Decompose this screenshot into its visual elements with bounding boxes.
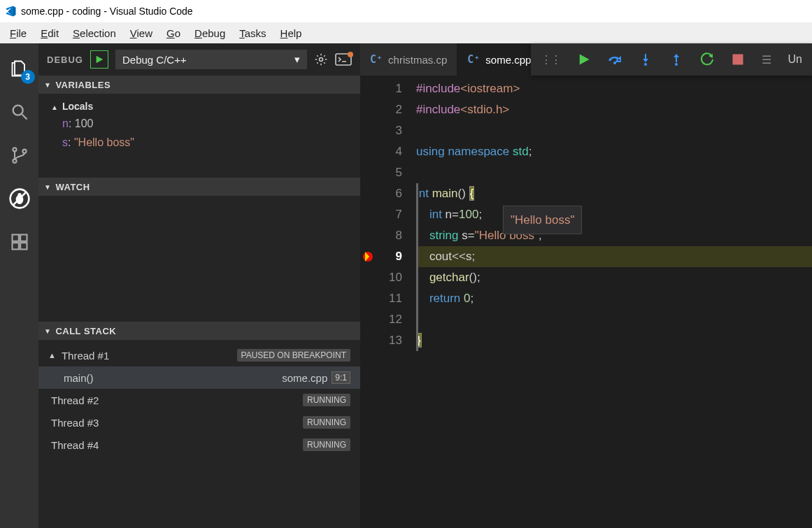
svg-rect-11 bbox=[20, 243, 27, 249]
svg-marker-22 bbox=[674, 54, 679, 57]
menu-help[interactable]: Help bbox=[273, 25, 309, 41]
window-title: some.cpp - coding - Visual Studio Code bbox=[21, 6, 193, 17]
chevron-down-icon: ▼ bbox=[44, 183, 51, 191]
callstack-thread[interactable]: Thread #4 RUNNING bbox=[38, 434, 360, 456]
chevron-down-icon: ▼ bbox=[44, 81, 51, 89]
menu-tasks[interactable]: Tasks bbox=[232, 25, 273, 41]
debug-toolbar[interactable]: ⋮⋮ ☰ Un bbox=[531, 43, 812, 76]
vscode-icon bbox=[4, 5, 17, 17]
gear-icon bbox=[314, 52, 328, 66]
restart-button[interactable] bbox=[700, 52, 714, 66]
menu-bar: File Edit Selection View Go Debug Tasks … bbox=[0, 22, 812, 43]
no-bug-icon bbox=[8, 187, 31, 211]
svg-rect-12 bbox=[20, 235, 27, 241]
variables-section-header[interactable]: ▼ VARIABLES bbox=[38, 76, 360, 94]
cpp-file-icon: C⁺ bbox=[467, 53, 480, 66]
variable-row[interactable]: s: "Hello boss" bbox=[38, 134, 360, 152]
locals-label: Locals bbox=[62, 101, 93, 112]
activity-scm[interactable] bbox=[8, 144, 31, 166]
thread-name: Thread #1 bbox=[62, 350, 109, 362]
menu-selection[interactable]: Selection bbox=[66, 25, 123, 41]
tab-some[interactable]: C⁺ some.cpp bbox=[457, 43, 541, 76]
debug-header: DEBUG Debug C/C++ ▾ bbox=[38, 43, 360, 76]
window-titlebar: some.cpp - coding - Visual Studio Code bbox=[0, 0, 812, 22]
notification-dot-icon bbox=[348, 52, 353, 57]
callstack-thread[interactable]: Thread #2 RUNNING bbox=[38, 389, 360, 411]
var-name: s bbox=[62, 136, 68, 148]
thread-state: RUNNING bbox=[303, 438, 350, 451]
play-icon bbox=[94, 55, 104, 64]
tab-label: christmas.cp bbox=[388, 54, 447, 66]
callstack-thread[interactable]: Thread #3 RUNNING bbox=[38, 411, 360, 434]
continue-button[interactable] bbox=[577, 52, 591, 66]
thread-state: PAUSED ON BREAKPOINT bbox=[237, 349, 350, 362]
svg-line-1 bbox=[22, 115, 27, 120]
var-value: "Hello boss" bbox=[74, 136, 134, 148]
stop-icon bbox=[731, 52, 745, 66]
line-gutter: 12345678 9 10111213 bbox=[360, 76, 416, 528]
drag-grip-icon[interactable]: ⋮⋮ bbox=[541, 53, 560, 66]
var-value: 100 bbox=[75, 117, 94, 129]
activity-explorer[interactable]: 3 bbox=[8, 57, 31, 80]
breakpoint-current-icon[interactable] bbox=[363, 252, 373, 262]
thread-state: RUNNING bbox=[303, 394, 350, 406]
svg-point-3 bbox=[13, 159, 16, 163]
svg-point-23 bbox=[675, 63, 678, 66]
activity-extensions[interactable] bbox=[8, 231, 31, 253]
svg-marker-19 bbox=[643, 59, 648, 62]
variable-row[interactable]: n: 100 bbox=[38, 115, 360, 134]
svg-point-17 bbox=[613, 62, 616, 64]
locals-scope[interactable]: ▲Locals bbox=[38, 98, 360, 115]
variables-title: VARIABLES bbox=[55, 80, 111, 90]
watch-section: ▼ WATCH bbox=[38, 178, 360, 322]
menu-debug[interactable]: Debug bbox=[187, 25, 232, 41]
menu-go[interactable]: Go bbox=[159, 25, 187, 41]
callstack-thread[interactable]: ▲Thread #1 PAUSED ON BREAKPOINT bbox=[38, 344, 360, 366]
step-into-button[interactable] bbox=[639, 52, 653, 66]
thread-name: Thread #3 bbox=[51, 417, 99, 429]
menu-edit[interactable]: Edit bbox=[34, 25, 66, 41]
activity-search[interactable] bbox=[8, 101, 31, 123]
extensions-icon bbox=[10, 232, 29, 252]
code-body[interactable]: #include<iostream> #include<stdio.h> usi… bbox=[416, 76, 812, 528]
callstack-section: ▼ CALL STACK ▲Thread #1 PAUSED ON BREAKP… bbox=[38, 322, 360, 460]
hover-value: "Hello boss" bbox=[511, 213, 574, 227]
editor-area: C⁺ christmas.cp C⁺ some.cpp ⋮⋮ ☰ Un 1234… bbox=[360, 43, 812, 528]
chevron-down-icon: ▲ bbox=[51, 104, 58, 111]
code-editor[interactable]: 12345678 9 10111213 #include<iostream> #… bbox=[360, 76, 812, 528]
callstack-section-header[interactable]: ▼ CALL STACK bbox=[38, 322, 360, 340]
step-over-icon bbox=[608, 52, 622, 66]
step-over-button[interactable] bbox=[608, 52, 622, 66]
toolbar-overflow-icon[interactable]: ☰ bbox=[762, 53, 771, 66]
debug-console-button[interactable] bbox=[335, 53, 352, 66]
debug-settings-button[interactable] bbox=[314, 52, 328, 66]
callstack-frame[interactable]: main() some.cpp9:1 bbox=[38, 366, 360, 389]
thread-name: Thread #4 bbox=[51, 439, 99, 451]
frame-file: some.cpp bbox=[282, 372, 327, 384]
start-debug-button[interactable] bbox=[90, 50, 108, 69]
menu-view[interactable]: View bbox=[123, 25, 159, 41]
activity-bar: 3 bbox=[0, 43, 38, 528]
search-icon bbox=[10, 102, 29, 122]
debug-label: DEBUG bbox=[47, 55, 83, 65]
explorer-badge: 3 bbox=[21, 70, 35, 84]
variables-section: ▼ VARIABLES ▲Locals n: 100 s: "Hello bos… bbox=[38, 76, 360, 178]
thread-state: RUNNING bbox=[303, 416, 350, 429]
menu-file[interactable]: File bbox=[3, 25, 34, 41]
watch-section-header[interactable]: ▼ WATCH bbox=[38, 178, 360, 196]
fold-guide bbox=[416, 183, 418, 351]
svg-marker-13 bbox=[97, 56, 104, 64]
step-out-button[interactable] bbox=[669, 52, 683, 66]
svg-point-4 bbox=[22, 150, 26, 153]
activity-debug[interactable] bbox=[8, 187, 31, 210]
svg-marker-16 bbox=[579, 55, 589, 65]
svg-rect-9 bbox=[12, 235, 18, 241]
tab-christmas[interactable]: C⁺ christmas.cp bbox=[360, 43, 457, 76]
svg-point-20 bbox=[644, 63, 647, 66]
step-out-icon bbox=[669, 52, 683, 66]
stop-button[interactable] bbox=[731, 52, 745, 66]
debug-config-select[interactable]: Debug C/C++ ▾ bbox=[115, 50, 307, 69]
branch-icon bbox=[10, 145, 29, 165]
svg-point-2 bbox=[13, 148, 16, 151]
svg-rect-25 bbox=[732, 55, 743, 65]
